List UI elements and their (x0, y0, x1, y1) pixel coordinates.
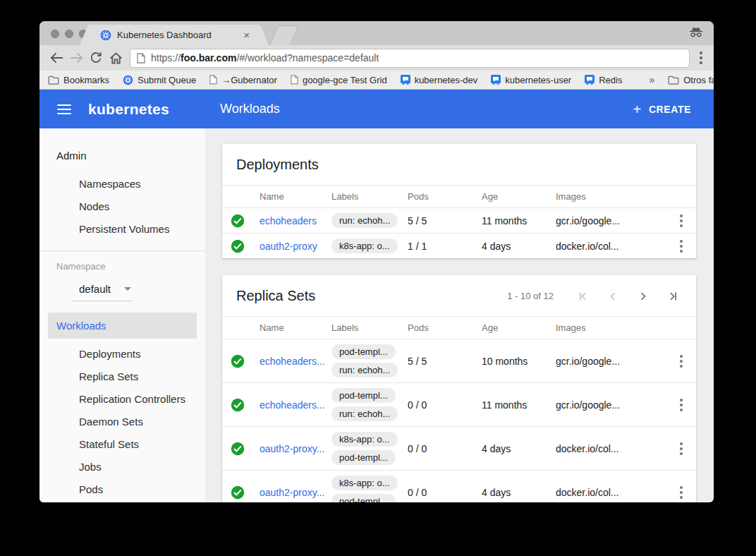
row-menu-icon[interactable] (680, 486, 683, 499)
column-header-age: Age (482, 186, 556, 207)
first-page-icon[interactable] (577, 291, 588, 302)
window-controls[interactable] (51, 30, 87, 38)
tab-close-icon[interactable]: × (242, 30, 251, 40)
row-menu-icon[interactable] (680, 399, 683, 411)
back-icon[interactable] (47, 48, 66, 68)
sidebar-item-namespaces[interactable]: Namespaces (39, 173, 205, 195)
status-ok-icon (222, 239, 253, 253)
groups-icon (491, 75, 501, 85)
sidebar-item-deployments[interactable]: Deployments (39, 343, 205, 365)
browser-window: Kubernetes Dashboard × https://foo.bar.c… (39, 21, 714, 502)
pods-cell: 5 / 5 (408, 209, 482, 233)
sidebar-item-replication-controllers[interactable]: Replication Controllers (39, 388, 205, 411)
incognito-icon (688, 26, 704, 38)
bookmark-test-grid[interactable]: google-gce Test Grid (291, 75, 387, 85)
forward-icon[interactable] (66, 48, 86, 68)
bookmark-otros-favoritos[interactable]: Otros favoritos (668, 75, 714, 85)
hamburger-menu-icon[interactable] (57, 104, 71, 114)
bookmark-gubernator[interactable]: →Gubernator (209, 75, 277, 85)
sidebar-item-pods[interactable]: Pods (39, 478, 205, 501)
label-chip: pod-templ... (331, 388, 396, 403)
bookmark-submit-queue[interactable]: Submit Queue (123, 75, 196, 85)
table-row: echoheaders... pod-templ... run: echoh..… (222, 382, 696, 426)
groups-icon (585, 75, 595, 85)
bookmark-kubernetes-user[interactable]: kubernetes-user (491, 75, 571, 85)
images-cell: docker.io/col... (556, 234, 666, 258)
label-chip: k8s-app: o... (331, 432, 398, 447)
column-header-labels: Labels (331, 186, 408, 207)
kubernetes-icon (123, 75, 133, 85)
age-cell: 11 months (482, 209, 556, 233)
column-header-pods: Pods (408, 317, 482, 339)
pods-cell: 0 / 0 (408, 393, 482, 417)
sidebar-item-replica-sets[interactable]: Replica Sets (39, 365, 205, 388)
row-menu-icon[interactable] (680, 240, 683, 253)
sidebar-item-nodes[interactable]: Nodes (39, 195, 205, 218)
column-header-age: Age (482, 317, 556, 339)
folder-icon (668, 75, 679, 85)
row-menu-icon[interactable] (680, 355, 683, 368)
images-cell: gcr.io/google... (556, 349, 666, 373)
address-bar[interactable]: https://foo.bar.com/#/workload?namespace… (130, 49, 690, 68)
deployment-link[interactable]: echoheaders (260, 215, 317, 226)
next-page-icon[interactable] (638, 291, 649, 302)
replica-set-link[interactable]: oauth2-proxy... (260, 487, 324, 498)
refresh-icon[interactable] (86, 48, 106, 68)
bookmark-redis[interactable]: Redis (585, 75, 622, 85)
sidebar-item-jobs[interactable]: Jobs (39, 456, 205, 478)
status-ok-icon (222, 485, 253, 500)
replica-sets-table-header: Name Labels Pods Age Images (222, 316, 696, 339)
chevron-down-icon (124, 287, 131, 291)
last-page-icon[interactable] (668, 291, 679, 302)
bookmark-bookmarks-folder[interactable]: Bookmarks (48, 75, 109, 85)
deployments-card-title: Deployments (236, 157, 682, 173)
bookmark-kubernetes-dev[interactable]: kubernetes-dev (401, 75, 478, 85)
status-ok-icon (222, 398, 253, 412)
namespace-select[interactable]: default (72, 280, 133, 301)
label-chip: pod-templ... (331, 494, 396, 502)
status-ok-icon (222, 442, 253, 456)
sidebar-item-persistent-volumes[interactable]: Persistent Volumes (39, 218, 205, 241)
page-icon (137, 53, 145, 64)
kubernetes-logo: kubernetes (88, 101, 169, 118)
browser-menu-icon[interactable] (700, 52, 702, 64)
deployment-link[interactable]: oauth2-proxy (260, 241, 317, 252)
label-chip: pod-templ... (331, 344, 396, 359)
column-header-name: Name (253, 317, 331, 339)
namespace-label: Namespace (39, 260, 205, 279)
close-window-button[interactable] (51, 30, 59, 38)
age-cell: 4 days (482, 437, 556, 461)
page-title: Workloads (220, 102, 280, 116)
create-button[interactable]: + CREATE (626, 98, 698, 121)
bookmarks-overflow-chevron-icon[interactable]: » (649, 74, 654, 85)
sidebar-item-stateful-sets[interactable]: Stateful Sets (39, 433, 205, 456)
url-domain: foo.bar.com (181, 52, 236, 64)
sidebar-item-admin[interactable]: Admin (39, 144, 205, 168)
column-header-labels: Labels (331, 317, 408, 339)
column-header-images: Images (556, 317, 666, 339)
tab-strip: Kubernetes Dashboard × (39, 21, 714, 45)
previous-page-icon[interactable] (607, 291, 618, 302)
age-cell: 4 days (482, 234, 556, 258)
sidebar-item-workloads[interactable]: Workloads (48, 313, 197, 339)
browser-toolbar: https://foo.bar.com/#/workload?namespace… (39, 45, 714, 71)
groups-icon (401, 75, 410, 85)
new-tab-button[interactable] (269, 25, 298, 45)
app-header: kubernetes Workloads + CREATE (39, 90, 714, 128)
url-scheme: https:// (151, 52, 181, 64)
age-cell: 10 months (482, 349, 556, 373)
row-menu-icon[interactable] (680, 214, 683, 227)
sidebar-item-daemon-sets[interactable]: Daemon Sets (39, 411, 205, 433)
column-header-pods: Pods (408, 186, 482, 207)
label-chip: run: echoh... (331, 213, 398, 228)
replica-set-link[interactable]: echoheaders... (260, 399, 325, 411)
minimize-window-button[interactable] (65, 30, 73, 38)
table-row: echoheaders run: echoh... 5 / 5 11 month… (222, 207, 696, 233)
browser-tab[interactable]: Kubernetes Dashboard × (90, 25, 258, 45)
home-icon[interactable] (106, 48, 126, 68)
replica-set-link[interactable]: echoheaders... (260, 356, 325, 367)
row-menu-icon[interactable] (680, 442, 683, 455)
pods-cell: 1 / 1 (408, 234, 482, 258)
sidebar-nav: Admin Namespaces Nodes Persistent Volume… (39, 128, 205, 502)
replica-set-link[interactable]: oauth2-proxy... (260, 443, 324, 454)
